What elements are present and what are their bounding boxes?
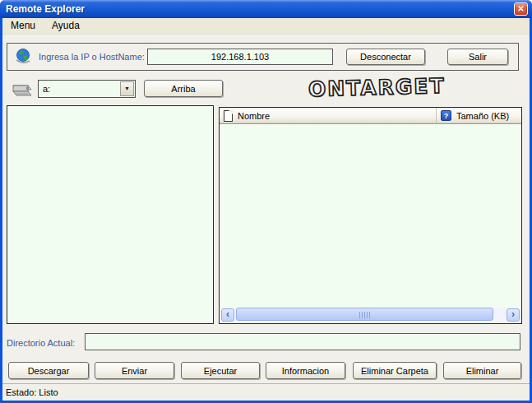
ip-input[interactable] [147, 49, 333, 65]
close-icon[interactable]: ✕ [514, 2, 528, 16]
document-icon [224, 110, 233, 122]
window-title: Remote Explorer [0, 3, 85, 15]
column-label-nombre: Nombre [238, 111, 270, 121]
column-label-tamano: Tamaño (KB) [456, 111, 509, 121]
directory-label: Directorio Actual: [7, 338, 75, 348]
globe-icon [14, 48, 32, 66]
folder-listbox[interactable] [7, 105, 214, 324]
drive-selected-value: a: [39, 84, 120, 94]
scrollbar-thumb[interactable] [236, 308, 493, 321]
menu-bar: Menu Ayuda [2, 18, 530, 35]
drive-select[interactable]: a: ▼ [38, 80, 136, 98]
status-bar: Estado: Listo [2, 383, 530, 401]
help-icon: ? [441, 110, 451, 121]
scroll-right-icon[interactable]: › [507, 308, 520, 322]
chevron-down-icon[interactable]: ▼ [120, 81, 134, 96]
exit-button[interactable]: Salir [447, 49, 508, 65]
delete-button[interactable]: Eliminar [443, 362, 521, 379]
send-button[interactable]: Enviar [95, 362, 174, 379]
column-header-nombre[interactable]: Nombre [220, 108, 437, 123]
listview-header: Nombre ? Tamaño (KB) [220, 108, 521, 124]
delete-folder-button[interactable]: Eliminar Carpeta [353, 362, 437, 379]
execute-button[interactable]: Ejecutar [181, 362, 260, 379]
remote-explorer-window: Remote Explorer ✕ Menu Ayuda Ingresa la … [0, 0, 532, 403]
menu-item-menu[interactable]: Menu [2, 18, 44, 34]
disconnect-button[interactable]: Desconectar [346, 49, 425, 65]
menu-item-ayuda[interactable]: Ayuda [44, 18, 88, 34]
download-button[interactable]: Descargar [8, 362, 89, 379]
title-bar[interactable]: Remote Explorer ✕ [0, 0, 532, 18]
information-button[interactable]: Informacion [266, 362, 345, 379]
directory-input[interactable] [85, 333, 520, 350]
file-listview[interactable]: Nombre ? Tamaño (KB) ‹ › [219, 107, 522, 324]
connection-panel: Ingresa la IP o HostName: Desconectar Sa… [7, 43, 519, 71]
ip-label: Ingresa la IP o HostName: [39, 52, 145, 62]
scroll-left-icon[interactable]: ‹ [221, 308, 234, 322]
ontarget-watermark: ONTARGET [308, 74, 445, 104]
scrollbar-track[interactable] [234, 308, 507, 322]
status-text: Estado: Listo [6, 387, 58, 397]
horizontal-scrollbar[interactable]: ‹ › [221, 308, 520, 322]
drive-icon [10, 79, 33, 99]
scrollbar-grip [359, 312, 371, 318]
column-header-tamano[interactable]: ? Tamaño (KB) [437, 108, 521, 123]
up-button[interactable]: Arriba [144, 80, 223, 97]
